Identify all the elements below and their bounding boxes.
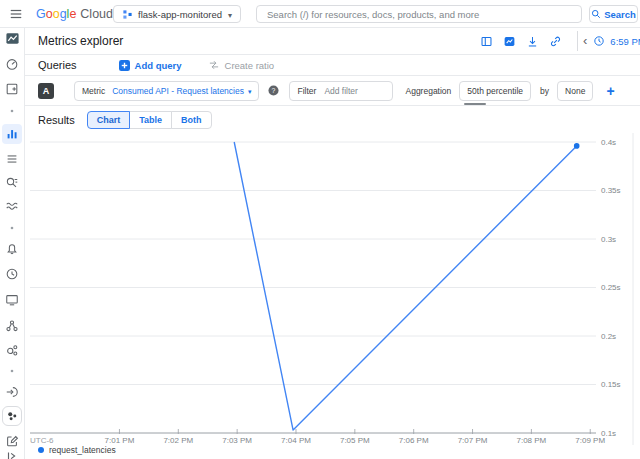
query-letter-chip[interactable]: A <box>38 83 54 99</box>
x-tick-label: 7:04 PM <box>281 436 311 445</box>
overview-speedometer-icon[interactable] <box>2 54 22 74</box>
y-tick-label: 0.25s <box>601 283 621 292</box>
series-line-request_latencies <box>234 142 577 430</box>
project-icon <box>122 9 133 20</box>
x-tick-label: 7:05 PM <box>340 436 370 445</box>
search-button[interactable]: Search <box>589 5 638 23</box>
time-range-value: 6:59 PM - 7:09 PM <box>610 36 640 47</box>
add-query-label: Add query <box>135 60 182 71</box>
group-by-dropdown[interactable]: None <box>565 86 585 96</box>
create-ratio-label: Create ratio <box>225 60 275 71</box>
top-app-bar: Google Cloud flask-app-monitored Search <box>0 0 640 28</box>
traces-wave-icon[interactable] <box>2 196 22 216</box>
filter-placeholder: Add filter <box>324 86 358 96</box>
chevron-down-icon <box>244 86 252 96</box>
separator-dot <box>2 224 22 232</box>
services-cluster-icon[interactable] <box>2 406 22 426</box>
project-selector[interactable]: flask-app-monitored <box>113 5 241 23</box>
filter-field[interactable]: Filter Add filter <box>289 81 393 101</box>
uptime-history-icon[interactable] <box>2 264 22 284</box>
cloud-wordmark: Cloud <box>80 7 113 21</box>
x-tick-label: 7:08 PM <box>516 436 546 445</box>
alerting-bell-icon[interactable] <box>2 238 22 258</box>
hamburger-menu-icon[interactable] <box>9 7 23 21</box>
x-tick-label: 7:02 PM <box>163 436 193 445</box>
results-toolbar: Results ChartTableBoth <box>25 106 640 133</box>
aggregation-label: Aggregation <box>405 86 451 96</box>
search-button-label: Search <box>604 9 636 20</box>
aggregation-dropdown[interactable]: 50th percentile <box>467 86 523 96</box>
time-range-picker[interactable]: ‹ 6:59 PM - 7:09 PM <box>577 31 640 51</box>
group-by-field: None <box>557 81 593 101</box>
x-tick-label: 7:03 PM <box>222 436 252 445</box>
metric-label: Metric <box>82 86 105 96</box>
download-icon[interactable] <box>524 33 540 49</box>
back-chevron-icon[interactable]: ‹ <box>583 33 587 48</box>
separator-dot <box>2 107 22 115</box>
monitor-screen-icon[interactable] <box>2 290 22 310</box>
create-ratio-icon <box>208 59 220 71</box>
tab-both[interactable]: Both <box>171 111 212 129</box>
y-tick-label: 0.3s <box>601 235 616 244</box>
metric-dropdown[interactable]: Consumed API - Request latencies <box>112 86 251 96</box>
signin-arrow-icon[interactable] <box>2 382 22 402</box>
add-aggregation-button[interactable]: + <box>606 84 614 98</box>
x-tick-label: 7:07 PM <box>458 436 488 445</box>
metrics-explorer-icon[interactable] <box>2 124 22 144</box>
dashboards-widgets-icon[interactable] <box>2 79 22 99</box>
page-title: Metrics explorer <box>38 34 123 48</box>
connectors-icon[interactable] <box>2 340 22 360</box>
aggregation-field: 50th percentile <box>459 81 531 101</box>
chart-legend: request_latencies <box>25 442 116 457</box>
integrations-list-icon[interactable] <box>2 149 22 169</box>
project-name: flask-app-monitored <box>138 9 222 20</box>
query-builder: A Metric Consumed API - Request latencie… <box>25 76 640 106</box>
queries-toolbar: Queries Add query Create ratio <box>25 55 640 76</box>
global-search-input[interactable] <box>256 5 582 23</box>
latency-chart[interactable]: 0.4s0.35s0.3s0.25s0.2s0.15s0.1s7:01 PM7:… <box>25 133 640 447</box>
search-icon <box>591 9 601 19</box>
legend-dot-icon <box>38 447 44 453</box>
groups-nodes-icon[interactable] <box>2 316 22 336</box>
add-query-button[interactable]: Add query <box>119 60 182 71</box>
create-ratio-button[interactable]: Create ratio <box>208 59 275 71</box>
clock-icon <box>593 35 605 47</box>
tab-table[interactable]: Table <box>129 111 172 129</box>
tab-chart[interactable]: Chart <box>87 111 131 129</box>
aggregation-underline <box>464 103 486 105</box>
chart-svg[interactable]: 0.4s0.35s0.3s0.25s0.2s0.15s0.1s7:01 PM7:… <box>25 133 640 447</box>
legend-item-request_latencies[interactable]: request_latencies <box>49 445 116 455</box>
x-tick-label: 7:06 PM <box>399 436 429 445</box>
x-tick-label: 7:09 PM <box>575 436 605 445</box>
results-title: Results <box>38 114 75 126</box>
monitoring-logo-icon[interactable] <box>2 28 22 48</box>
add-icon <box>119 60 130 71</box>
by-label: by <box>540 86 549 96</box>
google-logo-wordmark: Google <box>36 7 76 21</box>
google-cloud-logo: Google Cloud <box>36 7 113 21</box>
filter-label: Filter <box>297 86 316 96</box>
add-to-dashboard-icon[interactable] <box>478 33 494 49</box>
series-end-marker <box>574 143 580 149</box>
svg-text:?: ? <box>272 87 276 94</box>
log-search-icon[interactable] <box>2 173 22 193</box>
y-tick-label: 0.4s <box>601 138 616 147</box>
queries-title: Queries <box>38 59 77 71</box>
separator-dot <box>2 367 22 375</box>
results-view-toggle: ChartTableBoth <box>87 111 212 129</box>
help-icon[interactable]: ? <box>268 85 279 96</box>
left-rail <box>0 28 25 459</box>
y-tick-label: 0.15s <box>601 380 621 389</box>
chart-view-icon[interactable] <box>501 33 517 49</box>
y-tick-label: 0.35s <box>601 186 621 195</box>
chevron-down-icon <box>222 9 232 20</box>
y-tick-label: 0.2s <box>601 332 616 341</box>
copy-link-icon[interactable] <box>547 33 563 49</box>
expand-nav-icon[interactable] <box>2 446 22 459</box>
page-header: Metrics explorer ‹ 6:59 PM - 7:09 PM <box>25 28 640 55</box>
metric-field: Metric Consumed API - Request latencies <box>74 81 259 101</box>
